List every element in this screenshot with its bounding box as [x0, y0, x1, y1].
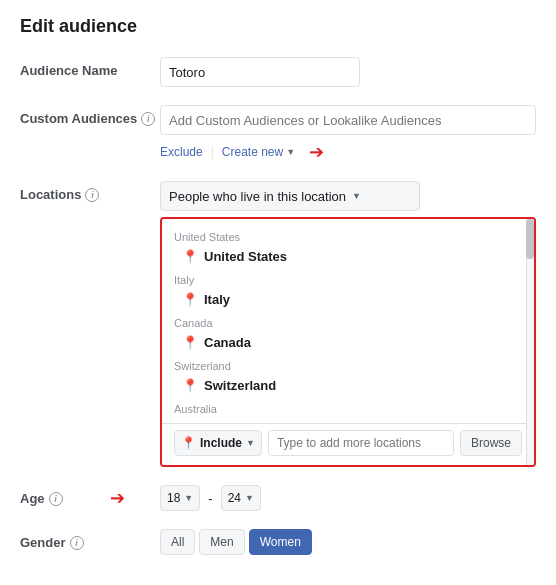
age-dash: -: [208, 491, 212, 506]
include-dropdown[interactable]: 📍 Include ▼: [174, 430, 262, 456]
location-item: 📍 Canada: [162, 331, 534, 354]
audience-name-label: Audience Name: [20, 57, 160, 78]
edit-audience-page: Edit audience Audience Name Custom Audie…: [0, 0, 556, 585]
browse-button[interactable]: Browse: [460, 430, 522, 456]
location-pin-icon: 📍: [182, 249, 198, 264]
exclude-button[interactable]: Exclude: [160, 145, 203, 159]
age-label: Age i: [20, 485, 160, 506]
location-group-label: Italy: [162, 268, 534, 288]
age-max-chevron-icon: ▼: [245, 493, 254, 503]
list-item: Australia: [162, 397, 534, 417]
add-bulk-link[interactable]: Add locations in bulk: [162, 462, 534, 467]
gender-row: Gender i All Men Women: [20, 529, 536, 555]
location-group-label: Switzerland: [162, 354, 534, 374]
location-item: 📍 United States: [162, 245, 534, 268]
custom-audiences-content: Exclude | Create new ▼ ➔: [160, 105, 536, 163]
location-item: 📍 Switzerland: [162, 374, 534, 397]
location-type-dropdown[interactable]: People who live in this location ▼: [160, 181, 420, 211]
location-item: 📍 Italy: [162, 288, 534, 311]
location-group-label: United States: [162, 225, 534, 245]
gender-men-button[interactable]: Men: [199, 529, 244, 555]
locations-content: People who live in this location ▼ Unite…: [160, 181, 536, 467]
audience-name-row: Audience Name: [20, 57, 536, 87]
audience-name-content: [160, 57, 536, 87]
list-item: United States 📍 United States: [162, 225, 534, 268]
list-item: Canada 📍 Canada: [162, 311, 534, 354]
add-locations-input[interactable]: [268, 430, 454, 456]
scrollbar-thumb[interactable]: [526, 219, 534, 259]
include-chevron-icon: ▼: [246, 438, 255, 448]
age-wrapper: ➔ 18 ▼ - 24 ▼: [160, 485, 536, 511]
location-pin-icon: 📍: [182, 335, 198, 350]
age-row: Age i ➔ 18 ▼ - 24 ▼: [20, 485, 536, 511]
age-info-icon[interactable]: i: [49, 492, 63, 506]
locations-type-row: People who live in this location ▼: [160, 181, 536, 211]
gender-info-icon[interactable]: i: [70, 536, 84, 550]
age-content: ➔ 18 ▼ - 24 ▼: [160, 485, 536, 511]
gender-content: All Men Women: [160, 529, 536, 555]
locations-box: United States 📍 United States Italy 📍 It…: [160, 217, 536, 467]
locations-list: United States 📍 United States Italy 📍 It…: [162, 219, 534, 423]
list-item: Switzerland 📍 Switzerland: [162, 354, 534, 397]
age-min-select[interactable]: 18 ▼: [160, 485, 200, 511]
custom-audiences-info-icon[interactable]: i: [141, 112, 155, 126]
audience-actions: Exclude | Create new ▼ ➔: [160, 141, 536, 163]
custom-audiences-label: Custom Audiences i: [20, 105, 160, 126]
locations-info-icon[interactable]: i: [85, 188, 99, 202]
gender-label: Gender i: [20, 529, 160, 550]
age-arrow-indicator: ➔: [110, 487, 125, 509]
include-row: 📍 Include ▼ Browse: [162, 423, 534, 462]
age-max-select[interactable]: 24 ▼: [221, 485, 261, 511]
gender-button-group: All Men Women: [160, 529, 536, 555]
arrow-indicator-create: ➔: [309, 141, 324, 163]
gender-women-button[interactable]: Women: [249, 529, 312, 555]
create-new-button[interactable]: Create new ▼: [222, 145, 295, 159]
audience-name-input[interactable]: [160, 57, 360, 87]
custom-audiences-input[interactable]: [160, 105, 536, 135]
gender-all-button[interactable]: All: [160, 529, 195, 555]
location-pin-small-icon: 📍: [181, 436, 196, 450]
location-type-chevron-icon: ▼: [352, 191, 361, 201]
list-item: Italy 📍 Italy: [162, 268, 534, 311]
scrollbar-track: [526, 219, 534, 465]
location-group-label: Canada: [162, 311, 534, 331]
custom-audiences-row: Custom Audiences i Exclude | Create new …: [20, 105, 536, 163]
locations-row: Locations i People who live in this loca…: [20, 181, 536, 467]
page-title: Edit audience: [20, 16, 536, 37]
location-pin-icon: 📍: [182, 378, 198, 393]
locations-label: Locations i: [20, 181, 160, 202]
divider: |: [211, 145, 214, 159]
chevron-down-icon: ▼: [286, 147, 295, 157]
age-min-chevron-icon: ▼: [184, 493, 193, 503]
location-group-label: Australia: [162, 397, 534, 417]
location-pin-icon: 📍: [182, 292, 198, 307]
